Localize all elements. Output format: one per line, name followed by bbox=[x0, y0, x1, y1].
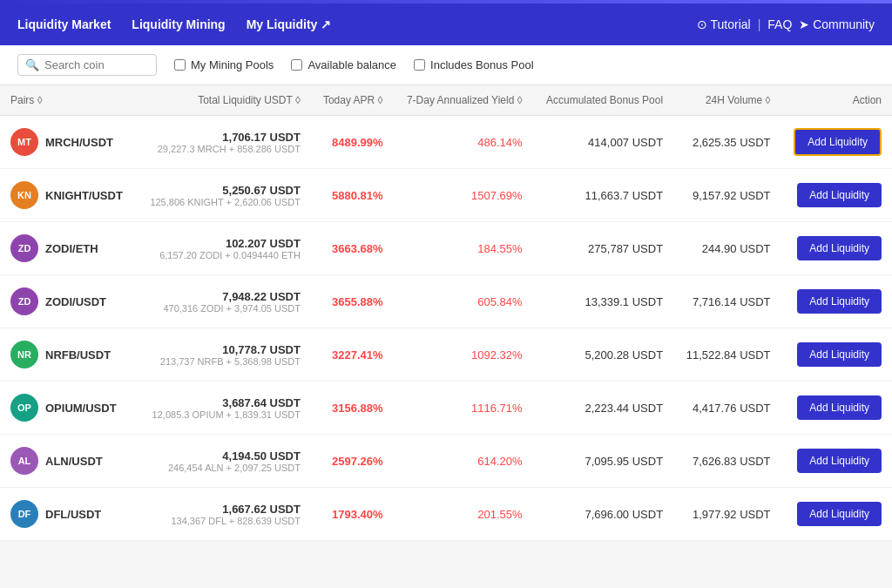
pair-cell-3: ZD ZODI/USDT bbox=[0, 275, 136, 328]
nav-left: Liquidity Market Liquidity Mining My Liq… bbox=[17, 17, 331, 31]
bonus-pool-3: 13,339.1 USDT bbox=[533, 275, 674, 328]
today-apr-2: 3663.68% bbox=[311, 222, 394, 275]
bonus-pool-4: 5,200.28 USDT bbox=[533, 328, 674, 382]
th-bonus-pool[interactable]: Accumulated Bonus Pool bbox=[533, 85, 674, 116]
bonus-pool-5: 2,223.44 USDT bbox=[533, 382, 674, 435]
pair-cell-2: ZD ZODI/ETH bbox=[0, 222, 136, 275]
my-mining-pools-group: My Mining Pools bbox=[174, 58, 274, 71]
navbar: Liquidity Market Liquidity Mining My Liq… bbox=[0, 3, 892, 45]
add-liquidity-button-0[interactable]: Add Liquidity bbox=[794, 128, 882, 156]
pair-cell-0: MT MRCH/USDT bbox=[0, 116, 136, 169]
total-liquidity-3: 7,948.22 USDT 470,316 ZODI + 3,974.05 US… bbox=[136, 275, 311, 328]
pair-name-2: ZODI/ETH bbox=[45, 242, 98, 255]
nav-liquidity-mining[interactable]: Liquidity Mining bbox=[132, 17, 225, 31]
total-liquidity-4: 10,778.7 USDT 213,737 NRFB + 5,368.98 US… bbox=[136, 328, 311, 382]
nav-tutorial[interactable]: ⊙ Tutorial bbox=[697, 17, 751, 31]
search-box[interactable]: 🔍 bbox=[17, 54, 157, 76]
includes-bonus-pool-group: Includes Bonus Pool bbox=[414, 58, 534, 71]
pair-icon-4: NR bbox=[10, 341, 38, 368]
pair-cell-6: AL ALN/USDT bbox=[0, 435, 136, 488]
search-icon: 🔍 bbox=[25, 58, 39, 71]
today-apr-0: 8489.99% bbox=[311, 116, 394, 169]
volume-24h-6: 7,626.83 USDT bbox=[673, 435, 780, 488]
7d-yield-4: 1092.32% bbox=[394, 328, 533, 382]
my-mining-pools-checkbox[interactable] bbox=[174, 59, 186, 71]
add-liquidity-button-7[interactable]: Add Liquidity bbox=[797, 502, 882, 526]
pair-cell-4: NR NRFB/USDT bbox=[0, 328, 136, 382]
th-total-liquidity[interactable]: Total Liquidity USDT ◊ bbox=[136, 85, 311, 116]
total-liquidity-0: 1,706.17 USDT 29,227.3 MRCH + 858.286 US… bbox=[136, 116, 311, 169]
today-apr-4: 3227.41% bbox=[311, 328, 394, 382]
available-balance-checkbox[interactable] bbox=[291, 59, 302, 71]
action-cell-1: Add Liquidity bbox=[781, 169, 892, 222]
pair-name-4: NRFB/USDT bbox=[45, 348, 111, 362]
pair-name-1: KNIGHT/USDT bbox=[45, 189, 123, 202]
add-liquidity-button-1[interactable]: Add Liquidity bbox=[797, 183, 882, 207]
nav-faq[interactable]: FAQ bbox=[767, 17, 792, 31]
add-liquidity-button-2[interactable]: Add Liquidity bbox=[797, 236, 882, 260]
table-row: KN KNIGHT/USDT 5,250.67 USDT 125,806 KNI… bbox=[0, 169, 892, 222]
volume-24h-4: 11,522.84 USDT bbox=[673, 328, 780, 382]
volume-24h-5: 4,417.76 USDT bbox=[673, 382, 780, 435]
pair-icon-0: MT bbox=[10, 128, 38, 156]
table-header-row: Pairs ◊ Total Liquidity USDT ◊ Today APR… bbox=[0, 85, 892, 116]
volume-24h-2: 244.90 USDT bbox=[673, 222, 780, 275]
pair-cell-1: KN KNIGHT/USDT bbox=[0, 169, 136, 222]
7d-yield-2: 184.55% bbox=[394, 222, 533, 275]
pair-icon-5: OP bbox=[10, 394, 38, 422]
search-input[interactable] bbox=[44, 58, 149, 71]
total-liquidity-5: 3,687.64 USDT 12,085.3 OPIUM + 1,839.31 … bbox=[136, 382, 311, 435]
pair-icon-3: ZD bbox=[10, 287, 38, 315]
bonus-pool-2: 275,787 USDT bbox=[533, 222, 674, 275]
nav-liquidity-market[interactable]: Liquidity Market bbox=[17, 17, 111, 31]
volume-24h-3: 7,716.14 USDT bbox=[673, 275, 780, 328]
bonus-pool-1: 11,663.7 USDT bbox=[533, 169, 674, 222]
table-body: MT MRCH/USDT 1,706.17 USDT 29,227.3 MRCH… bbox=[0, 116, 892, 541]
table-row: ZD ZODI/ETH 102.207 USDT 6,157.20 ZODI +… bbox=[0, 222, 892, 275]
add-liquidity-button-3[interactable]: Add Liquidity bbox=[797, 289, 882, 314]
includes-bonus-pool-checkbox[interactable] bbox=[414, 59, 425, 71]
bonus-pool-0: 414,007 USDT bbox=[533, 116, 674, 169]
add-liquidity-button-5[interactable]: Add Liquidity bbox=[797, 395, 882, 420]
pair-name-5: OPIUM/USDT bbox=[45, 402, 117, 415]
action-cell-7: Add Liquidity bbox=[781, 488, 892, 541]
table-row: ZD ZODI/USDT 7,948.22 USDT 470,316 ZODI … bbox=[0, 275, 892, 328]
action-cell-2: Add Liquidity bbox=[781, 222, 892, 275]
7d-yield-3: 605.84% bbox=[394, 275, 533, 328]
7d-yield-1: 1507.69% bbox=[394, 169, 533, 222]
7d-yield-6: 614.20% bbox=[394, 435, 533, 488]
pair-name-7: DFL/USDT bbox=[45, 508, 101, 521]
total-liquidity-6: 4,194.50 USDT 246,454 ALN + 2,097.25 USD… bbox=[136, 435, 311, 488]
today-apr-7: 1793.40% bbox=[311, 488, 394, 541]
nav-right: ⊙ Tutorial | FAQ ➤ Community bbox=[697, 17, 875, 31]
nav-community[interactable]: ➤ Community bbox=[799, 17, 875, 31]
pair-icon-1: KN bbox=[10, 181, 38, 209]
includes-bonus-pool-label[interactable]: Includes Bonus Pool bbox=[430, 58, 534, 71]
th-7d-yield[interactable]: 7-Day Annualized Yield ◊ bbox=[394, 85, 533, 116]
bonus-pool-7: 7,696.00 USDT bbox=[533, 488, 674, 541]
toolbar: 🔍 My Mining Pools Available balance Incl… bbox=[0, 45, 892, 85]
my-mining-pools-label[interactable]: My Mining Pools bbox=[191, 58, 274, 71]
volume-24h-7: 1,977.92 USDT bbox=[673, 488, 780, 541]
nav-my-liquidity[interactable]: My Liquidity ↗ bbox=[247, 17, 332, 31]
pair-name-0: MRCH/USDT bbox=[45, 136, 113, 149]
action-cell-3: Add Liquidity bbox=[781, 275, 892, 328]
today-apr-6: 2597.26% bbox=[311, 435, 394, 488]
pair-icon-7: DF bbox=[10, 500, 38, 528]
pair-cell-7: DF DFL/USDT bbox=[0, 488, 136, 541]
th-today-apr[interactable]: Today APR ◊ bbox=[311, 85, 394, 116]
liquidity-table: Pairs ◊ Total Liquidity USDT ◊ Today APR… bbox=[0, 85, 892, 541]
table-row: NR NRFB/USDT 10,778.7 USDT 213,737 NRFB … bbox=[0, 328, 892, 382]
table-row: MT MRCH/USDT 1,706.17 USDT 29,227.3 MRCH… bbox=[0, 116, 892, 169]
available-balance-label[interactable]: Available balance bbox=[307, 58, 396, 71]
pair-icon-6: AL bbox=[10, 447, 38, 475]
th-pairs[interactable]: Pairs ◊ bbox=[0, 85, 136, 116]
th-action: Action bbox=[781, 85, 892, 116]
th-24h-volume[interactable]: 24H Volume ◊ bbox=[673, 85, 780, 116]
bonus-pool-6: 7,095.95 USDT bbox=[533, 435, 674, 488]
today-apr-3: 3655.88% bbox=[311, 275, 394, 328]
7d-yield-0: 486.14% bbox=[394, 116, 533, 169]
table-row: DF DFL/USDT 1,667.62 USDT 134,367 DFL + … bbox=[0, 488, 892, 541]
add-liquidity-button-6[interactable]: Add Liquidity bbox=[797, 449, 882, 473]
add-liquidity-button-4[interactable]: Add Liquidity bbox=[797, 342, 882, 367]
